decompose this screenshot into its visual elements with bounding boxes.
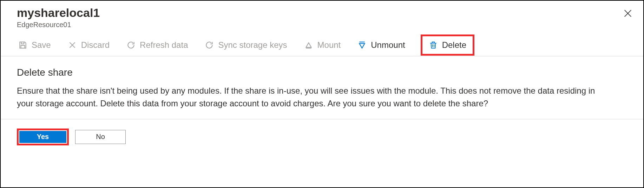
save-button: Save (17, 37, 52, 54)
yes-button[interactable]: Yes (19, 131, 66, 143)
unmount-button[interactable]: Unmount (356, 37, 406, 54)
mount-label: Mount (317, 40, 341, 50)
sync-button: Sync storage keys (203, 37, 288, 54)
dialog-body: Ensure that the share isn't being used b… (17, 84, 607, 110)
sync-icon (205, 40, 214, 50)
refresh-label: Refresh data (140, 40, 188, 50)
close-icon (623, 13, 633, 19)
discard-label: Discard (81, 40, 110, 50)
refresh-icon (126, 40, 136, 50)
unmount-icon (357, 40, 367, 50)
delete-label: Delete (442, 40, 466, 50)
discard-button: Discard (66, 37, 111, 54)
dialog-content: Delete share Ensure that the share isn't… (1, 56, 643, 119)
close-button[interactable] (623, 8, 633, 18)
sync-label: Sync storage keys (218, 40, 287, 50)
mount-icon (304, 40, 313, 50)
no-button[interactable]: No (75, 130, 126, 144)
discard-icon (68, 40, 77, 50)
command-bar: Save Discard Refresh data (1, 35, 643, 56)
save-icon (18, 40, 27, 50)
resource-subtitle: EdgeResource01 (17, 21, 627, 29)
mount-button: Mount (303, 37, 342, 54)
dialog-title: Delete share (17, 67, 627, 78)
dialog-footer: Yes No (1, 119, 643, 155)
share-delete-panel: mysharelocal1 EdgeResource01 Save (0, 0, 644, 188)
yes-button-highlight: Yes (17, 129, 69, 145)
delete-button-highlight: Delete (421, 35, 474, 56)
refresh-button: Refresh data (125, 37, 189, 54)
unmount-label: Unmount (371, 40, 405, 50)
panel-header: mysharelocal1 EdgeResource01 (1, 1, 643, 32)
share-title: mysharelocal1 (17, 6, 627, 20)
delete-button[interactable]: Delete (427, 37, 468, 54)
save-label: Save (32, 40, 51, 50)
delete-icon (429, 40, 438, 50)
